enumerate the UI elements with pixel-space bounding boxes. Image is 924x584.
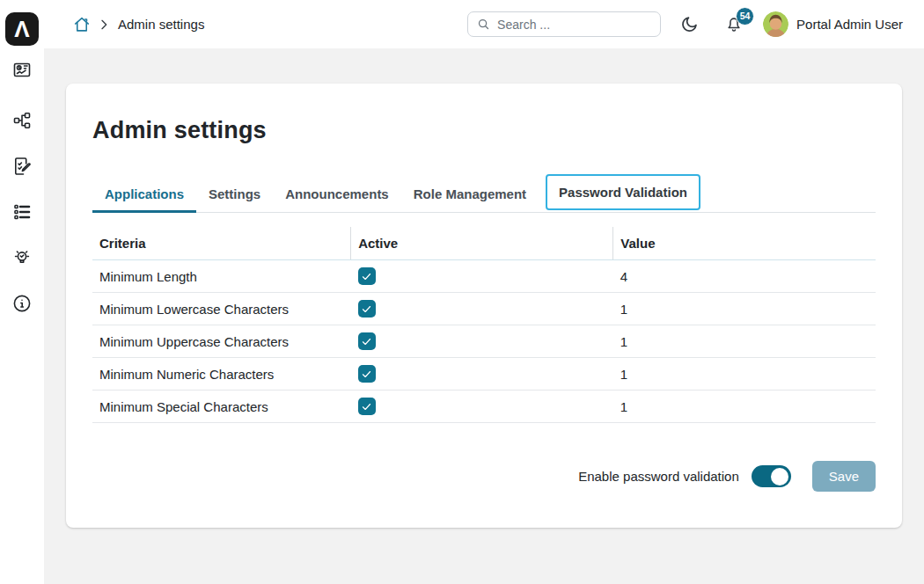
save-button[interactable]: Save — [812, 461, 876, 492]
tab-role-management[interactable]: Role Management — [401, 176, 539, 212]
sidebar-item-info[interactable] — [10, 291, 34, 316]
criteria-cell: Minimum Special Characters — [92, 391, 351, 423]
header-actions: 54 Portal Admin User — [467, 11, 903, 37]
list-icon — [11, 201, 33, 223]
check-icon — [361, 401, 372, 412]
check-icon — [361, 336, 372, 347]
column-header-value: Value — [613, 227, 876, 260]
toggle-knob — [771, 468, 788, 485]
tab-bar: Applications Settings Announcements Role… — [92, 174, 876, 213]
moon-icon — [680, 15, 699, 33]
active-checkbox[interactable] — [358, 332, 376, 350]
home-button[interactable] — [72, 15, 92, 34]
table-row: Minimum Special Characters 1 — [92, 391, 876, 423]
check-icon — [361, 303, 372, 315]
value-cell: 1 — [613, 325, 876, 358]
hierarchy-icon — [11, 110, 33, 131]
active-checkbox[interactable] — [358, 300, 376, 318]
home-icon — [72, 15, 92, 34]
tab-password-validation[interactable]: Password Validation — [546, 174, 700, 210]
sidebar: Λ — [0, 0, 44, 584]
criteria-cell: Minimum Numeric Characters — [92, 358, 351, 391]
criteria-cell: Minimum Uppercase Characters — [92, 325, 351, 358]
tab-announcements[interactable]: Announcements — [273, 176, 401, 212]
criteria-cell: Minimum Length — [92, 260, 351, 293]
enable-validation-label: Enable password validation — [578, 469, 739, 484]
tab-applications[interactable]: Applications — [92, 176, 196, 212]
breadcrumb-current: Admin settings — [118, 17, 204, 32]
sidebar-item-dashboard[interactable] — [10, 58, 34, 83]
dark-mode-toggle[interactable] — [678, 14, 700, 35]
table-row: Minimum Lowercase Characters 1 — [92, 293, 876, 325]
criteria-cell: Minimum Lowercase Characters — [92, 293, 351, 325]
main-content: Admin settings Applications Settings Ann… — [44, 48, 924, 584]
active-checkbox[interactable] — [358, 267, 376, 285]
column-header-active: Active — [351, 227, 613, 260]
top-header: Admin settings 54 — [44, 0, 924, 48]
info-icon — [11, 293, 33, 314]
chevron-right-icon — [97, 18, 111, 32]
value-cell: 1 — [613, 358, 876, 391]
page-title: Admin settings — [92, 117, 876, 144]
column-header-criteria: Criteria — [92, 227, 351, 260]
dashboard-report-icon — [11, 60, 33, 81]
search-icon — [477, 18, 490, 31]
check-icon — [361, 369, 372, 380]
active-checkbox[interactable] — [358, 365, 376, 383]
enable-validation-toggle[interactable] — [752, 465, 791, 487]
tab-settings[interactable]: Settings — [196, 176, 273, 212]
sidebar-item-forms[interactable] — [10, 154, 34, 179]
check-icon — [361, 271, 372, 282]
document-edit-icon — [11, 156, 33, 177]
sidebar-item-list[interactable] — [10, 200, 34, 224]
value-cell: 1 — [613, 293, 876, 325]
avatar[interactable] — [763, 11, 788, 37]
app-logo[interactable]: Λ — [5, 12, 39, 46]
sidebar-item-ideas[interactable] — [10, 245, 34, 270]
table-row: Minimum Length 4 — [92, 260, 876, 293]
admin-settings-card: Admin settings Applications Settings Ann… — [66, 84, 902, 528]
sidebar-menu — [0, 58, 44, 337]
table-header-row: Criteria Active Value — [92, 227, 876, 260]
user-menu[interactable]: Portal Admin User — [796, 17, 903, 32]
value-cell: 1 — [613, 391, 876, 423]
lightbulb-icon — [11, 247, 33, 268]
avatar-image — [763, 11, 788, 37]
sidebar-item-hierarchy[interactable] — [10, 108, 34, 133]
breadcrumb: Admin settings — [72, 15, 204, 34]
table-row: Minimum Numeric Characters 1 — [92, 358, 876, 391]
password-criteria-table: Criteria Active Value Minimum Length 4 M… — [92, 227, 876, 423]
card-footer: Enable password validation Save — [92, 461, 876, 492]
table-row: Minimum Uppercase Characters 1 — [92, 325, 876, 358]
app-logo-letter: Λ — [14, 18, 29, 40]
notification-count-badge: 54 — [736, 7, 754, 26]
search-input[interactable] — [497, 18, 651, 32]
notifications-button[interactable]: 54 — [724, 13, 745, 36]
search-box — [467, 11, 661, 37]
value-cell: 4 — [613, 260, 876, 293]
active-checkbox[interactable] — [358, 398, 376, 415]
